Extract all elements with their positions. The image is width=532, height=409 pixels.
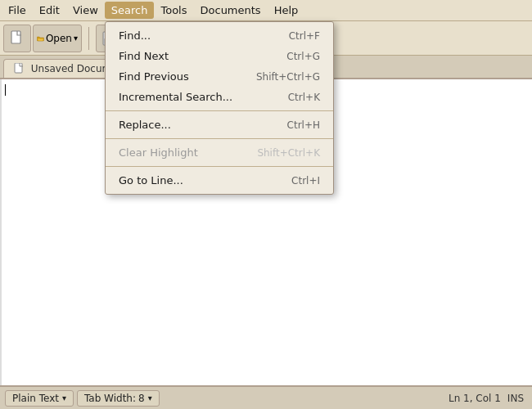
menubar: File Edit View Search Tools Documents He…: [0, 0, 532, 21]
menu-item-find[interactable]: Find... Ctrl+F: [106, 25, 333, 46]
document-tab-icon: [14, 63, 25, 74]
goto-line-shortcut: Ctrl+I: [291, 175, 320, 187]
find-prev-label: Find Previous: [119, 70, 189, 83]
incremental-search-label: Incremental Search...: [119, 91, 232, 103]
tab-width-selector[interactable]: Tab Width: 8 ▾: [77, 390, 160, 407]
cursor-position: Ln 1, Col 1: [449, 393, 501, 404]
menu-tools[interactable]: Tools: [154, 2, 193, 19]
menu-help[interactable]: Help: [268, 2, 305, 19]
new-button[interactable]: [3, 25, 31, 52]
replace-shortcut: Ctrl+H: [287, 119, 320, 131]
plain-text-selector[interactable]: Plain Text ▾: [5, 390, 74, 407]
open-button[interactable]: Open ▾: [33, 25, 82, 52]
plain-text-chevron-icon: ▾: [62, 393, 66, 402]
insert-mode-indicator: INS: [507, 393, 527, 404]
open-icon: [37, 32, 44, 45]
open-chevron-icon: ▾: [74, 34, 78, 43]
svg-rect-13: [15, 63, 22, 73]
plain-text-label: Plain Text: [12, 393, 59, 404]
menu-item-find-next[interactable]: Find Next Ctrl+G: [106, 46, 333, 66]
search-dropdown-menu: Find... Ctrl+F Find Next Ctrl+G Find Pre…: [105, 21, 334, 195]
goto-line-label: Go to Line...: [119, 174, 183, 187]
menu-item-clear-highlight[interactable]: Clear Highlight Shift+Ctrl+K: [106, 142, 333, 163]
menu-search[interactable]: Search: [105, 2, 155, 19]
find-next-shortcut: Ctrl+G: [286, 51, 320, 62]
tab-width-chevron-icon: ▾: [148, 393, 152, 402]
menu-documents[interactable]: Documents: [194, 2, 268, 19]
menu-item-goto-line[interactable]: Go to Line... Ctrl+I: [106, 170, 333, 191]
menu-edit[interactable]: Edit: [33, 2, 66, 19]
cursor: [5, 84, 6, 96]
menu-item-incremental-search[interactable]: Incremental Search... Ctrl+K: [106, 87, 333, 107]
replace-label: Replace...: [119, 119, 171, 131]
statusbar: Plain Text ▾ Tab Width: 8 ▾ Ln 1, Col 1 …: [0, 386, 532, 409]
menu-sep-2: [106, 138, 333, 139]
toolbar-sep-1: [88, 27, 89, 50]
menu-item-find-prev[interactable]: Find Previous Shift+Ctrl+G: [106, 66, 333, 87]
clear-highlight-shortcut: Shift+Ctrl+K: [257, 147, 320, 159]
toolbar-file-group: Open ▾: [3, 25, 82, 52]
tab-width-label: Tab Width:: [84, 393, 136, 404]
menu-item-replace[interactable]: Replace... Ctrl+H: [106, 115, 333, 135]
menu-sep-1: [106, 110, 333, 111]
svg-rect-0: [11, 31, 20, 43]
clear-highlight-label: Clear Highlight: [119, 146, 198, 159]
new-icon: [9, 30, 25, 47]
find-label: Find...: [119, 29, 151, 42]
incremental-search-shortcut: Ctrl+K: [288, 92, 320, 103]
find-shortcut: Ctrl+F: [289, 30, 320, 42]
find-next-label: Find Next: [119, 50, 169, 62]
open-label: Open: [46, 33, 72, 44]
menu-sep-3: [106, 166, 333, 167]
menu-view[interactable]: View: [66, 2, 105, 19]
find-prev-shortcut: Shift+Ctrl+G: [256, 71, 320, 83]
status-right: Ln 1, Col 1 INS: [449, 393, 527, 404]
menu-file[interactable]: File: [2, 2, 33, 19]
tab-width-value: 8: [138, 393, 145, 404]
